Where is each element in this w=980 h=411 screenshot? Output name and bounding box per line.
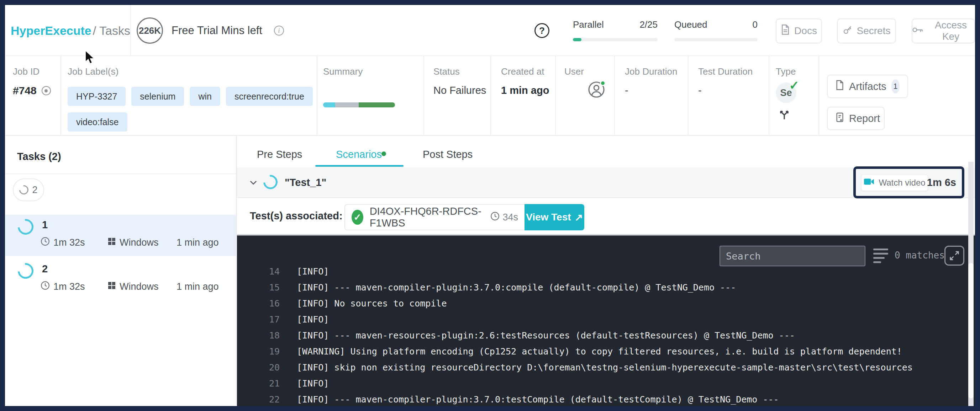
external-link-arrow-icon: ↗ [575, 211, 583, 223]
artifacts-button[interactable]: Artifacts 1 [827, 75, 908, 98]
tab-post-steps[interactable]: Post Steps [423, 149, 473, 160]
job-label-chip: video:false [68, 112, 127, 132]
summary-running-segment [323, 102, 335, 107]
job-label-chip: win [190, 87, 220, 106]
scenario-running-spinner-icon [261, 172, 280, 192]
user-label: User [564, 66, 584, 77]
tab-scenarios[interactable]: Scenarios [336, 149, 382, 160]
secrets-button[interactable]: Secrets [837, 19, 896, 43]
summary-progress-bar [323, 102, 395, 107]
selenium-check-icon: ✓ [789, 78, 800, 92]
access-key-button[interactable]: Access Key [912, 19, 975, 43]
task-os: Windows [119, 237, 159, 248]
test-id: DI4OX-FHQ6R-RDFCS-F1WBS [370, 205, 484, 229]
help-icon[interactable]: ? [535, 23, 549, 38]
status-label: Status [433, 66, 460, 77]
task-number: 1 [42, 219, 48, 231]
task-row-2[interactable]: 2 1m 32s Windows 1 min ago [5, 259, 236, 300]
task-os: Windows [119, 281, 159, 292]
divider [614, 56, 615, 136]
selenium-type-icon: Se ✓ [776, 83, 796, 103]
steps-panel: Pre Steps Scenarios Post Steps "Test_1" … [237, 136, 975, 406]
summary-passed-segment [359, 102, 395, 107]
job-duration-label: Job Duration [625, 66, 677, 77]
user-online-dot [600, 80, 606, 86]
chevron-down-icon[interactable] [248, 178, 258, 189]
divider [60, 56, 61, 136]
watch-video-button[interactable]: Watch video [861, 175, 928, 191]
running-tasks-filter[interactable]: 2 [13, 178, 44, 201]
log-line: 22[INFO] --- maven-compiler-plugin:3.7.0… [237, 392, 975, 408]
docs-label: Docs [794, 25, 817, 36]
log-line: 15[INFO] --- maven-compiler-plugin:3.7.0… [237, 279, 975, 295]
breadcrumb-hyperexecute[interactable]: HyperExecute [11, 24, 91, 38]
parallel-track [573, 38, 658, 41]
running-count: 2 [32, 184, 37, 195]
job-label-chips: HYP-3327 selenium win screenrecord:true … [68, 87, 317, 132]
log-line: 17[INFO] [237, 311, 975, 327]
scrollbar-thumb[interactable] [968, 263, 974, 398]
log-lines: 14[INFO] 15[INFO] --- maven-compiler-plu… [237, 263, 975, 408]
status-value: No Failures [433, 85, 486, 96]
branch-fork-icon [778, 108, 791, 122]
divider [490, 56, 491, 136]
search-matches-count: 0 matches [895, 250, 945, 260]
tab-pre-steps[interactable]: Pre Steps [257, 149, 302, 160]
parallel-label: Parallel [573, 19, 604, 30]
log-line: 20[INFO] skip non existing resourceDirec… [237, 359, 975, 375]
scenario-row[interactable]: "Test_1" Watch video 1m 6s [237, 167, 975, 198]
type-label: Type [776, 66, 795, 77]
job-id-value: #748 [13, 85, 51, 97]
divider [688, 56, 689, 136]
divider [5, 173, 236, 174]
log-line: 16[INFO] No sources to compile [237, 295, 975, 311]
expand-console-button[interactable] [944, 246, 964, 266]
queued-value: 0 [752, 19, 757, 30]
job-label-chip: selenium [131, 87, 184, 106]
scenario-name: "Test_1" [285, 177, 326, 189]
test-passed-check-icon: ✓ [352, 210, 363, 225]
scenarios-active-dot [382, 151, 386, 156]
queued-label: Queued [675, 19, 708, 30]
active-tab-underline [315, 165, 404, 167]
log-lines-filter-icon[interactable] [873, 249, 888, 263]
parallel-value: 2/25 [640, 19, 658, 30]
queued-meter: Queued 0 [675, 19, 757, 41]
task-created: 1 min ago [177, 281, 219, 292]
test-chip: ✓ DI4OX-FHQ6R-RDFCS-F1WBS 34s [344, 204, 525, 230]
divider [768, 56, 769, 136]
clock-icon [41, 237, 50, 249]
vertical-scrollbar[interactable] [968, 162, 974, 406]
created-at-label: Created at [501, 66, 544, 77]
tasks-panel: Tasks (2) 2 1 1m 32s Windows [5, 136, 236, 406]
tests-associated-label: Test(s) associated: [250, 210, 343, 222]
task-duration: 1m 32s [53, 237, 85, 248]
report-button[interactable]: Report [827, 107, 885, 130]
trial-minutes-badge[interactable]: 226K [137, 17, 163, 44]
task-running-spinner-icon [14, 260, 37, 282]
watch-video-label: Watch video [878, 178, 925, 188]
job-duration-value: - [625, 85, 628, 96]
clock-icon [490, 211, 500, 223]
job-label-chip: screenrecord:true [226, 87, 313, 106]
log-line: 21[INFO] [237, 375, 975, 392]
info-icon[interactable]: i [274, 25, 284, 36]
task-row-1[interactable]: 1 1m 32s Windows 1 min ago [5, 215, 236, 256]
divider [555, 56, 556, 136]
artifacts-label: Artifacts [849, 81, 886, 92]
log-line: 18[INFO] --- maven-resources-plugin:2.6:… [237, 327, 975, 343]
view-test-button[interactable]: View Test ↗ [525, 204, 584, 230]
access-key-label: Access Key [928, 19, 974, 42]
watch-video-highlight-box: Watch video 1m 6s [853, 167, 964, 198]
breadcrumb: HyperExecute / Tasks [11, 5, 130, 56]
artifact-file-icon [835, 80, 844, 93]
divider [818, 56, 819, 136]
test-duration: 34s [503, 212, 518, 223]
top-bar: HyperExecute / Tasks 226K Free Trial Min… [5, 5, 975, 56]
tasks-title: Tasks (2) [17, 151, 61, 162]
task-duration: 1m 32s [53, 281, 85, 292]
test-duration-value: - [698, 85, 702, 96]
task-running-spinner-icon [14, 216, 37, 238]
job-labels-label: Job Label(s) [68, 66, 118, 77]
docs-button[interactable]: Docs [776, 19, 822, 43]
